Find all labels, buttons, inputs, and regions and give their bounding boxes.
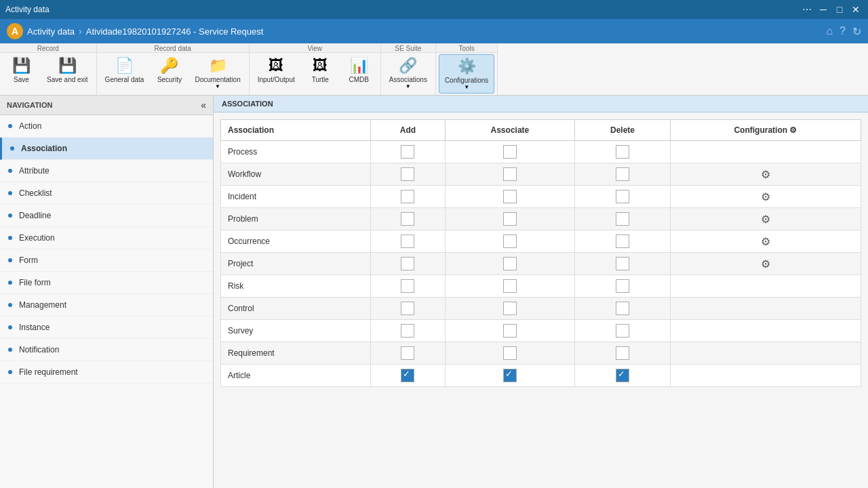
cell-add: [371, 141, 445, 163]
help-icon[interactable]: ?: [840, 25, 846, 38]
cell-association-name: Problem: [221, 208, 371, 230]
toolbar-item-configurations[interactable]: ⚙️ Configurations ▼: [439, 54, 494, 94]
toolbar-item-turtle[interactable]: 🖼 Turtle: [302, 54, 339, 86]
app-name[interactable]: Activity data: [27, 26, 75, 37]
sidebar-item-management[interactable]: Management: [0, 294, 213, 317]
gear-icon[interactable]: ⚙: [761, 169, 770, 180]
checkbox-add[interactable]: [401, 190, 414, 203]
input-output-label: Input/Output: [258, 76, 295, 83]
checkbox-associate[interactable]: [503, 212, 517, 226]
checkbox-associate[interactable]: [503, 167, 517, 181]
toolbar-item-cmdb[interactable]: 📊 CMDB: [340, 54, 378, 86]
checkbox-associate[interactable]: [503, 257, 517, 270]
toolbar-section-se-suite-label: SE Suite: [381, 43, 435, 53]
checkbox-associate[interactable]: [503, 145, 517, 159]
home-icon[interactable]: ⌂: [826, 25, 833, 38]
breadcrumb-right: ⌂ ? ↻: [826, 25, 861, 38]
checkbox-delete[interactable]: [616, 190, 629, 203]
sidebar-item-deadline[interactable]: Deadline: [0, 205, 213, 227]
checkbox-delete[interactable]: [616, 145, 629, 159]
sidebar-item-checklist[interactable]: Checklist: [0, 182, 213, 205]
checkbox-add[interactable]: [401, 145, 414, 159]
checkbox-delete[interactable]: [616, 346, 629, 360]
close-button[interactable]: ✕: [849, 3, 863, 16]
sidebar-item-execution-label: Execution: [19, 233, 55, 243]
turtle-label: Turtle: [312, 76, 329, 83]
cell-add: [371, 320, 445, 342]
checkbox-add[interactable]: [401, 346, 414, 360]
checkbox-associate[interactable]: [503, 235, 517, 248]
toolbar-item-general-data[interactable]: 📄 General data: [100, 54, 150, 92]
checkbox-add[interactable]: [401, 257, 414, 270]
checkbox-delete[interactable]: [616, 212, 629, 226]
toolbar-item-input-output[interactable]: 🖼 Input/Output: [252, 54, 300, 86]
main-layout: NAVIGATION « Action Association Attribut…: [0, 96, 868, 488]
more-button[interactable]: ⋯: [800, 3, 814, 16]
checkbox-associate[interactable]: [503, 279, 517, 293]
checkbox-delete[interactable]: [616, 369, 629, 382]
refresh-icon[interactable]: ↻: [852, 25, 861, 38]
sidebar-item-association[interactable]: Association: [0, 138, 213, 160]
toolbar-item-save-exit[interactable]: 💾 Save and exit: [41, 54, 94, 86]
gear-icon[interactable]: ⚙: [761, 258, 770, 270]
checkbox-associate[interactable]: [503, 302, 517, 315]
turtle-icon: 🖼: [313, 57, 328, 75]
cell-association-name: Process: [221, 141, 371, 163]
toolbar-section-record-data-label: Record data: [97, 43, 249, 53]
save-exit-icon: 💾: [58, 57, 77, 75]
config-gear-icon: ⚙: [789, 125, 797, 135]
toolbar-record-data-items: 📄 General data 🔑 Security 📁 Documentatio…: [97, 53, 249, 94]
maximize-button[interactable]: □: [833, 3, 846, 16]
bullet-icon: [8, 325, 12, 329]
cell-delete: [575, 253, 671, 275]
toolbar-item-security[interactable]: 🔑 Security: [151, 54, 188, 92]
sidebar-item-file-requirement[interactable]: File requirement: [0, 361, 213, 384]
checkbox-delete[interactable]: [616, 167, 629, 181]
checkbox-add[interactable]: [401, 279, 414, 293]
minimize-button[interactable]: ─: [816, 3, 830, 16]
checkbox-add[interactable]: [401, 369, 414, 382]
cell-delete: [575, 298, 671, 320]
general-data-icon: 📄: [115, 57, 134, 75]
toolbar-item-documentation[interactable]: 📁 Documentation ▼: [189, 54, 245, 92]
toolbar-item-associations[interactable]: 🔗 Associations ▼: [384, 54, 433, 92]
checkbox-associate[interactable]: [503, 190, 517, 203]
sidebar-item-instance[interactable]: Instance: [0, 317, 213, 339]
checkbox-delete[interactable]: [616, 324, 629, 338]
title-bar-controls: ⋯ ─ □ ✕: [800, 3, 863, 16]
table-row: Control: [221, 298, 861, 320]
gear-icon[interactable]: ⚙: [761, 191, 770, 203]
checkbox-add[interactable]: [401, 235, 414, 248]
sidebar-collapse-button[interactable]: «: [201, 100, 206, 110]
gear-icon[interactable]: ⚙: [761, 214, 770, 225]
checkbox-associate[interactable]: [503, 324, 517, 338]
toolbar-item-save[interactable]: 💾 Save: [3, 54, 40, 86]
sidebar-item-action[interactable]: Action: [0, 115, 213, 138]
checkbox-associate[interactable]: [503, 369, 517, 382]
gear-icon[interactable]: ⚙: [761, 236, 770, 247]
cell-association-name: Risk: [221, 275, 371, 298]
toolbar-se-suite-items: 🔗 Associations ▼: [381, 53, 435, 94]
associations-arrow: ▼: [406, 83, 411, 89]
checkbox-delete[interactable]: [616, 279, 629, 293]
bullet-icon: [8, 214, 12, 218]
checkbox-add[interactable]: [401, 324, 414, 338]
sidebar-item-form[interactable]: Form: [0, 249, 213, 272]
checkbox-delete[interactable]: [616, 257, 629, 270]
sidebar-item-attribute[interactable]: Attribute: [0, 160, 213, 182]
checkbox-delete[interactable]: [616, 302, 629, 315]
cell-add: [371, 186, 445, 208]
checkbox-delete[interactable]: [616, 235, 629, 248]
save-label: Save: [14, 76, 29, 83]
sidebar-item-execution[interactable]: Execution: [0, 227, 213, 249]
sidebar-item-notification[interactable]: Notification: [0, 339, 213, 361]
sidebar-item-file-form[interactable]: File form: [0, 272, 213, 294]
security-icon: 🔑: [160, 57, 178, 75]
toolbar-section-view: View 🖼 Input/Output 🖼 Turtle 📊 CMDB: [250, 43, 381, 95]
checkbox-add[interactable]: [401, 302, 414, 315]
checkbox-associate[interactable]: [503, 346, 517, 360]
checkbox-add[interactable]: [401, 212, 414, 226]
cell-add: [371, 275, 445, 298]
toolbar-view-items: 🖼 Input/Output 🖼 Turtle 📊 CMDB: [250, 53, 380, 87]
checkbox-add[interactable]: [401, 167, 414, 181]
